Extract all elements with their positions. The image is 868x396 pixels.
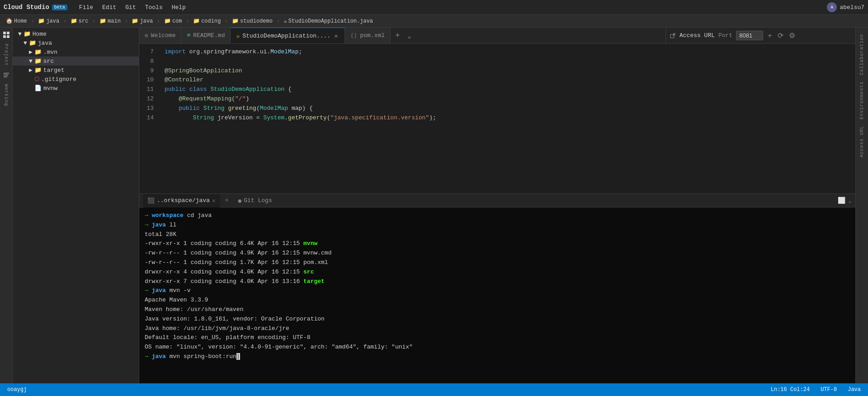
- access-url-bar: Access URL Port + ⟳ ⚙: [665, 28, 855, 43]
- status-left: ooaygj: [5, 387, 28, 393]
- welcome-icon: ⊙: [145, 32, 148, 39]
- terminal-line-6: -rw-r--r-- 1 coding coding 1.7K Apr 16 1…: [145, 258, 850, 268]
- tree-home[interactable]: ▼ 📁 Home: [13, 29, 139, 38]
- refresh-button[interactable]: ⟳: [777, 30, 784, 41]
- terminal-add-button[interactable]: +: [222, 197, 232, 205]
- breadcrumb-coding[interactable]: 📁 coding: [191, 17, 223, 25]
- tree-mvn[interactable]: ▶ 📁 .mvn: [13, 47, 139, 57]
- terminal-line-8: drwxr-xr-x 7 coding coding 4.0K Apr 16 1…: [145, 277, 850, 287]
- terminal-tab-java[interactable]: ⬛ ..orkspace/java ✕: [143, 194, 220, 207]
- svg-rect-3: [7, 35, 9, 38]
- tab-studiodemo[interactable]: ☕ StudioDemoApplication.... ✕: [231, 28, 344, 43]
- code-content[interactable]: import org.springframework.ui.ModelMap; …: [157, 44, 855, 193]
- file-tree: ▼ 📁 Home ▼ 📁 java ▶ 📁 .mvn ▼ 📁 src ▶ 📁 t…: [13, 28, 139, 383]
- terminal-line-11: Maven home: /usr/share/maven: [145, 305, 850, 315]
- line-numbers: 7 8 9 10 11 12 13 14: [139, 44, 157, 193]
- terminal-line-12: Java version: 1.8.0_161, vendor: Oracle …: [145, 315, 850, 324]
- breadcrumb-src[interactable]: 📁 src: [68, 17, 91, 25]
- terminal-line-16: → java mvn spring-boot:run|: [145, 352, 850, 362]
- app-title: Cloud Studio beta: [4, 4, 67, 11]
- terminal-line-7: drwxr-xr-x 4 coding coding 4.0K Apr 16 1…: [145, 268, 850, 277]
- tab-readme[interactable]: ≡ README.md: [181, 28, 231, 43]
- folder-icon: 🏠: [6, 18, 13, 24]
- breadcrumb-sep-2: ›: [63, 19, 66, 24]
- xml-icon: ⟨⟩: [350, 32, 358, 39]
- port-label: Port: [718, 32, 732, 39]
- svg-rect-1: [7, 32, 9, 34]
- username: abelsu7: [840, 4, 864, 11]
- sidebar-working-icon[interactable]: [1, 70, 12, 80]
- terminal-tabs: ⬛ ..orkspace/java ✕ + ◉ Git Logs ⬜ ⌄: [139, 194, 855, 207]
- terminal-line-9: → java mvn -v: [145, 286, 850, 296]
- menu-tools[interactable]: Tools: [141, 2, 167, 13]
- tab-welcome[interactable]: ⊙ Welcome: [139, 28, 181, 43]
- sidebar-environments[interactable]: Environments: [859, 79, 865, 122]
- breadcrumb-java2[interactable]: 📁 java: [129, 17, 155, 25]
- user-info: A abelsu7: [827, 2, 864, 12]
- terminal-content[interactable]: → workspace cd java → java ll total 28K …: [139, 207, 855, 383]
- code-editor[interactable]: 7 8 9 10 11 12 13 14 import org.springfr…: [139, 44, 855, 193]
- menu-edit[interactable]: Edit: [98, 2, 121, 13]
- status-language[interactable]: Java: [846, 387, 863, 393]
- tab-add-button[interactable]: +: [391, 31, 405, 40]
- beta-badge: beta: [52, 5, 67, 10]
- tab-close-button[interactable]: ✕: [333, 32, 339, 40]
- folder-icon: 📁: [71, 18, 77, 24]
- sidebar-access-url[interactable]: Access URL: [859, 123, 865, 160]
- tree-src[interactable]: ▼ 📁 src: [13, 57, 139, 66]
- breadcrumb-file[interactable]: ☕ StudioDemoApplication.java: [282, 17, 375, 25]
- breadcrumb-studiodemo[interactable]: 📁 studiodemo: [230, 17, 275, 25]
- chevron-down-icon[interactable]: ⌄: [848, 197, 852, 204]
- java-icon: ☕: [236, 32, 240, 39]
- terminal-line-5: -rw-r--r-- 1 coding coding 4.9K Apr 16 1…: [145, 249, 850, 258]
- status-git[interactable]: ooaygj: [5, 387, 28, 393]
- terminal-line-2: → java ll: [145, 221, 850, 230]
- settings-button[interactable]: ⚙: [788, 30, 796, 41]
- folder-icon: 📁: [232, 18, 239, 24]
- breadcrumb-com[interactable]: 📁 com: [162, 17, 184, 25]
- menu-help[interactable]: Help: [167, 2, 190, 13]
- folder-icon: 📁: [193, 18, 200, 24]
- tab-more-button[interactable]: ⌄: [405, 31, 415, 40]
- breadcrumb-main[interactable]: 📁 main: [97, 17, 123, 25]
- folder-icon: 📁: [38, 18, 45, 24]
- breadcrumb: 🏠 Home › 📁 java › 📁 src › 📁 main › 📁 jav…: [0, 15, 868, 28]
- right-sidebar: Collaboration Environments Access URL: [855, 28, 868, 383]
- terminal-line-4: -rwxr-xr-x 1 coding coding 6.4K Apr 16 1…: [145, 239, 850, 249]
- folder-icon: 📁: [164, 18, 171, 24]
- status-encoding[interactable]: UTF-8: [819, 387, 839, 393]
- maximize-icon[interactable]: ⬜: [838, 197, 845, 204]
- tree-mvnw[interactable]: 📄 mvnw: [13, 84, 139, 93]
- status-position[interactable]: Ln:16 Col:24: [769, 387, 811, 393]
- avatar: A: [827, 2, 837, 12]
- status-bar: ooaygj Ln:16 Col:24 UTF-8 Java: [0, 383, 868, 396]
- sidebar-collaboration[interactable]: Collaboration: [859, 31, 865, 78]
- java-file-icon: ☕: [284, 18, 287, 24]
- port-input[interactable]: [736, 31, 763, 40]
- tree-java[interactable]: ▼ 📁 java: [13, 38, 139, 47]
- terminal-line-14: Default locale: en_US, platform encoding…: [145, 333, 850, 343]
- external-link-icon: [670, 33, 676, 39]
- menu-git[interactable]: Git: [121, 2, 140, 13]
- git-icon: ◉: [238, 197, 241, 204]
- terminal-icon: ⬛: [147, 197, 155, 204]
- terminal-tab-close[interactable]: ✕: [212, 197, 216, 204]
- tree-gitignore[interactable]: ⬡ .gitignore: [13, 75, 139, 84]
- breadcrumb-sep-1: ›: [31, 19, 34, 24]
- breadcrumb-home[interactable]: 🏠 Home: [4, 17, 29, 25]
- app-name: Cloud Studio: [4, 4, 49, 11]
- main-layout: Project Working ▼ 📁 Home ▼ 📁 java ▶ 📁 .m…: [0, 28, 868, 383]
- breadcrumb-java[interactable]: 📁 java: [36, 17, 61, 25]
- terminal-line-15: OS name: "linux", version: "4.4.0-91-gen…: [145, 343, 850, 352]
- svg-rect-2: [3, 35, 6, 38]
- terminal-controls: ⬜ ⌄: [838, 197, 852, 204]
- tree-target[interactable]: ▶ 📁 target: [13, 66, 139, 75]
- folder-icon: 📁: [132, 18, 138, 24]
- menu-file[interactable]: File: [75, 2, 98, 13]
- add-port-button[interactable]: +: [767, 31, 773, 41]
- md-icon: ≡: [187, 32, 190, 39]
- access-url-label: Access URL: [679, 32, 715, 39]
- sidebar-project-icon[interactable]: [1, 29, 12, 40]
- tab-pom[interactable]: ⟨⟩ pom.xml: [345, 28, 391, 43]
- terminal-tab-gitlogs[interactable]: ◉ Git Logs: [233, 194, 276, 207]
